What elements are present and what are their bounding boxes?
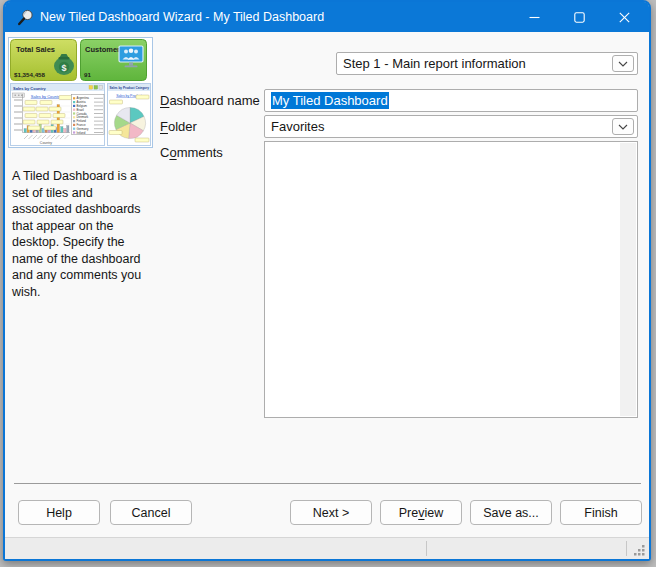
- minimize-icon: [529, 12, 540, 23]
- folder-select-value: Favorites: [271, 119, 324, 134]
- dashboard-name-label: Dashboard name: [160, 93, 260, 108]
- minimize-button[interactable]: [512, 2, 557, 32]
- preview-button[interactable]: Preview: [380, 500, 462, 525]
- bar-chart-title: Sales by Country: [31, 94, 61, 99]
- step-selector-dropdown-button[interactable]: [612, 55, 634, 72]
- maximize-icon: [574, 12, 585, 23]
- comments-textarea[interactable]: [264, 141, 638, 418]
- folder-label: Folder: [160, 119, 197, 134]
- folder-dropdown-button[interactable]: [612, 118, 634, 135]
- step-selector-value: Step 1 - Main report information: [343, 56, 526, 71]
- titlebar[interactable]: New Tiled Dashboard Wizard - My Tiled Da…: [5, 2, 649, 32]
- dashboard-preview-image: Total Sales $ $1,354,458 Customers: [8, 37, 153, 148]
- button-separator: [14, 483, 641, 484]
- window-title: New Tiled Dashboard Wizard - My Tiled Da…: [40, 10, 324, 24]
- status-divider: [426, 541, 427, 556]
- bar-chart-axis-label: Country: [40, 141, 53, 145]
- tile-customers-label: Customers: [85, 45, 124, 54]
- tile-customers: Customers 91: [81, 40, 147, 81]
- folder-select[interactable]: Favorites: [264, 115, 638, 138]
- svg-text:$: $: [61, 63, 66, 73]
- status-bar: [5, 537, 649, 559]
- maximize-button[interactable]: [557, 2, 602, 32]
- chevron-down-icon: [618, 61, 628, 67]
- close-button[interactable]: [602, 2, 647, 32]
- chevron-down-icon: [618, 124, 628, 130]
- svg-text:Ireland: Ireland: [77, 131, 86, 135]
- magnifier-icon: [17, 9, 34, 26]
- cancel-button[interactable]: Cancel: [110, 500, 192, 525]
- wizard-dialog: New Tiled Dashboard Wizard - My Tiled Da…: [3, 0, 651, 561]
- help-button[interactable]: Help: [18, 500, 100, 525]
- tile-customers-value: 91: [84, 71, 91, 78]
- step-selector[interactable]: Step 1 - Main report information: [336, 52, 638, 75]
- bar-panel-header: Sales by Country: [13, 86, 46, 91]
- tile-total-sales-label: Total Sales: [16, 45, 55, 54]
- dashboard-name-input[interactable]: My Tiled Dashboard: [264, 89, 638, 112]
- status-divider: [626, 541, 627, 556]
- tile-total-sales-value: $1,354,458: [14, 71, 46, 78]
- preview-bar-panel: Sales by Country Sales by Country: [11, 84, 105, 146]
- pie-panel-header: Sales by Product Category: [110, 86, 150, 90]
- comments-scrollbar[interactable]: [620, 143, 636, 416]
- comments-label: Comments: [160, 145, 223, 160]
- resize-grip[interactable]: [632, 543, 646, 557]
- preview-pie-panel: Sales by Product Category Sales by Produ…: [108, 84, 151, 146]
- close-icon: [619, 12, 630, 23]
- wizard-description: A Tiled Dashboard is a set of tiles and …: [12, 168, 155, 300]
- save-as-button[interactable]: Save as...: [470, 500, 552, 525]
- finish-button[interactable]: Finish: [560, 500, 642, 525]
- tile-total-sales: Total Sales $ $1,354,458: [11, 40, 77, 81]
- bar-chart-legend: Argentina Austria Belgium Brazil Canada …: [72, 95, 105, 135]
- dashboard-name-selected-text: My Tiled Dashboard: [271, 92, 389, 109]
- next-button[interactable]: Next >: [290, 500, 372, 525]
